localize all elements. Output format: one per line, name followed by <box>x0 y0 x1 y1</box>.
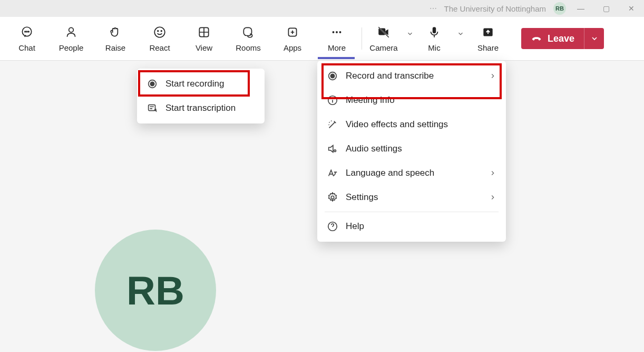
video-effects-item[interactable]: Video effects and settings <box>317 112 506 137</box>
meeting-stage: Start recording Start transcription Reco… <box>0 61 644 352</box>
more-active-indicator <box>318 57 355 59</box>
start-recording-item[interactable]: Start recording <box>137 72 265 96</box>
chat-icon <box>20 25 34 39</box>
more-icon <box>330 25 344 39</box>
more-button[interactable]: More <box>315 20 358 57</box>
smile-icon <box>153 25 167 39</box>
chevron-right-icon <box>489 72 496 80</box>
settings-item[interactable]: Settings <box>317 185 506 210</box>
record-transcribe-item[interactable]: Record and transcribe <box>317 64 506 88</box>
mic-label: Mic <box>428 43 440 52</box>
start-transcription-label: Start transcription <box>165 103 236 113</box>
avatar: RB <box>95 230 216 351</box>
people-label: People <box>59 43 84 52</box>
svg-point-13 <box>339 31 341 33</box>
camera-off-icon <box>377 25 391 39</box>
help-item[interactable]: Help <box>317 214 506 239</box>
rooms-button[interactable]: Rooms <box>227 20 270 57</box>
react-label: React <box>149 43 170 52</box>
speaker-icon <box>327 143 338 155</box>
more-label: More <box>328 43 346 52</box>
record-icon <box>327 70 338 82</box>
svg-point-7 <box>161 30 162 31</box>
camera-button[interactable]: Camera <box>365 20 402 57</box>
info-icon <box>327 94 338 106</box>
more-dots-icon[interactable]: ⋯ <box>430 4 437 13</box>
chat-label: Chat <box>18 43 35 52</box>
svg-point-22 <box>330 74 334 78</box>
svg-point-19 <box>150 82 154 85</box>
language-speech-item[interactable]: Language and speech <box>317 161 506 185</box>
audio-settings-item[interactable]: Audio settings <box>317 137 506 161</box>
meeting-info-label: Meeting info <box>346 95 395 106</box>
chevron-down-icon <box>590 34 599 43</box>
leave-label: Leave <box>548 33 574 44</box>
record-icon <box>147 78 158 90</box>
camera-chevron-icon[interactable] <box>405 29 415 39</box>
language-icon <box>327 167 338 179</box>
svg-point-12 <box>336 31 338 33</box>
help-icon <box>327 221 338 232</box>
svg-point-3 <box>28 31 29 32</box>
apps-button[interactable]: Apps <box>271 20 314 57</box>
close-icon[interactable]: ✕ <box>621 4 642 13</box>
svg-point-2 <box>26 31 27 32</box>
mic-button[interactable]: Mic <box>416 20 453 57</box>
start-transcription-item[interactable]: Start transcription <box>137 96 265 120</box>
hand-icon <box>109 25 122 39</box>
leave-chevron-button[interactable] <box>584 28 604 49</box>
svg-point-5 <box>154 27 165 37</box>
svg-point-4 <box>69 27 74 32</box>
apps-icon <box>286 25 299 39</box>
mic-icon <box>427 25 441 39</box>
org-name: The University of Nottingham <box>444 4 546 13</box>
chevron-right-icon <box>489 194 496 201</box>
view-label: View <box>196 43 212 52</box>
people-icon <box>64 25 78 39</box>
rooms-icon <box>241 25 255 39</box>
svg-rect-9 <box>243 27 251 35</box>
mic-chevron-icon[interactable] <box>456 29 465 39</box>
avatar-small[interactable]: RB <box>553 2 566 15</box>
svg-point-25 <box>331 196 334 199</box>
audio-settings-label: Audio settings <box>346 144 402 154</box>
titlebar: ⋯ The University of Nottingham RB — ▢ ✕ <box>0 0 644 17</box>
camera-label: Camera <box>369 43 397 52</box>
gear-icon <box>327 192 338 203</box>
help-label: Help <box>346 221 364 232</box>
people-button[interactable]: People <box>50 20 93 57</box>
svg-point-24 <box>334 150 336 152</box>
share-icon <box>481 25 495 39</box>
view-button[interactable]: View <box>182 20 226 57</box>
start-recording-label: Start recording <box>165 79 225 89</box>
grid-icon <box>197 25 211 39</box>
minimize-icon[interactable]: — <box>570 4 591 13</box>
svg-point-11 <box>333 31 335 33</box>
raise-button[interactable]: Raise <box>94 20 137 57</box>
leave-button[interactable]: Leave <box>521 28 584 49</box>
hangup-icon <box>531 33 542 44</box>
maximize-icon[interactable]: ▢ <box>596 4 617 13</box>
transcription-icon <box>147 102 158 114</box>
chat-button[interactable]: Chat <box>5 20 48 57</box>
apps-label: Apps <box>284 43 301 52</box>
share-button[interactable]: Share <box>466 20 510 57</box>
settings-label: Settings <box>346 192 378 203</box>
language-speech-label: Language and speech <box>346 168 434 178</box>
more-menu: Record and transcribe Meeting info Video… <box>317 61 506 242</box>
menu-separator <box>325 212 499 212</box>
share-label: Share <box>477 43 499 52</box>
record-submenu: Start recording Start transcription <box>137 69 265 123</box>
video-effects-label: Video effects and settings <box>346 119 448 130</box>
react-button[interactable]: React <box>138 20 181 57</box>
chevron-right-icon <box>489 169 496 177</box>
svg-point-1 <box>25 31 26 32</box>
avatar-initials: RB <box>126 268 184 313</box>
meeting-info-item[interactable]: Meeting info <box>317 88 506 112</box>
record-transcribe-label: Record and transcribe <box>346 71 434 81</box>
svg-point-6 <box>158 30 159 31</box>
meeting-toolbar: Chat People Raise React View Rooms Apps … <box>0 17 644 61</box>
wand-icon <box>327 119 338 130</box>
rooms-label: Rooms <box>236 43 261 52</box>
raise-label: Raise <box>105 43 125 52</box>
